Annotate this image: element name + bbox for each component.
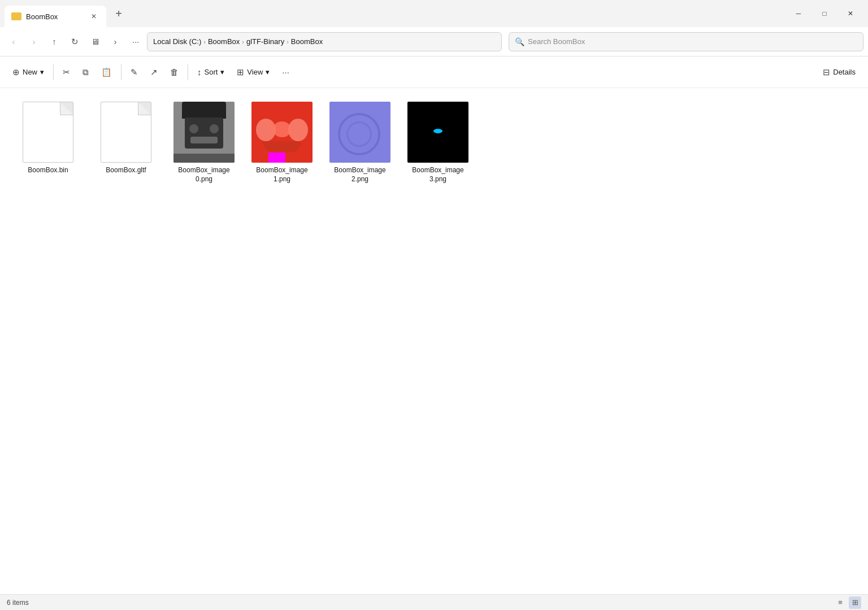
- search-box[interactable]: 🔍 Search BoomBox: [509, 32, 863, 51]
- new-label: New: [23, 68, 37, 76]
- file-name-image1: BoomBox_image1.png: [256, 166, 307, 184]
- breadcrumb-sep-2: ›: [242, 38, 244, 45]
- items-label: items: [12, 599, 29, 607]
- expand-breadcrumb-button[interactable]: ›: [106, 33, 124, 51]
- thumb0-face: [185, 117, 223, 149]
- toolbar-divider-1: [53, 64, 54, 80]
- thumb3-cyan-dot: [433, 129, 442, 133]
- paste-icon: 📋: [101, 67, 112, 77]
- new-button[interactable]: ⊕ New ▾: [7, 62, 50, 82]
- share-button[interactable]: ↗: [145, 62, 163, 82]
- refresh-button[interactable]: ↻: [66, 33, 84, 51]
- file-icon-container-image0: [173, 102, 235, 163]
- view-label: View: [247, 68, 263, 76]
- thumb0-bottom: [173, 154, 235, 163]
- thumb2-inner-detail: [346, 121, 372, 147]
- more-button[interactable]: ···: [276, 62, 295, 82]
- toolbar-divider-3: [188, 64, 188, 80]
- thumb0-mouth: [190, 137, 218, 143]
- sort-button[interactable]: ↕ Sort ▾: [192, 62, 230, 82]
- forward-button[interactable]: ›: [25, 33, 43, 51]
- status-bar: 6 items ≡ ⊞: [0, 594, 868, 610]
- thumb1-nose: [273, 121, 291, 137]
- status-count: 6 items: [7, 599, 29, 607]
- file-item-boombox-gltf[interactable]: BoomBox.gltf: [89, 97, 163, 188]
- breadcrumb-bar[interactable]: Local Disk (C:) › BoomBox › glTF-Binary …: [147, 32, 502, 51]
- sort-label: Sort: [205, 68, 218, 76]
- details-button[interactable]: ⊟ Details: [817, 62, 861, 82]
- grid-view-button[interactable]: ⊞: [849, 596, 861, 609]
- view-button[interactable]: ⊞ View ▾: [231, 62, 275, 82]
- file-item-image0[interactable]: BoomBox_image0.png: [167, 97, 241, 188]
- cut-icon: ✂: [63, 67, 70, 77]
- blank-file-icon-bin: [23, 102, 73, 163]
- thumb0-eye-left: [189, 124, 198, 133]
- share-icon: ↗: [150, 67, 158, 77]
- rename-button[interactable]: ✎: [125, 62, 144, 82]
- maximize-button[interactable]: □: [811, 5, 837, 23]
- file-icon-container-image3: [407, 102, 468, 163]
- toolbar-divider-2: [121, 64, 121, 80]
- main-content: BoomBox.bin BoomBox.gltf: [0, 88, 868, 594]
- new-dropdown-icon: ▾: [40, 68, 44, 76]
- ellipsis-button[interactable]: ···: [127, 33, 145, 51]
- file-name-image0: BoomBox_image0.png: [178, 166, 229, 184]
- delete-button[interactable]: 🗑: [164, 62, 184, 82]
- breadcrumb-boombox-final[interactable]: BoomBox: [291, 37, 323, 46]
- details-label: Details: [833, 68, 856, 76]
- thumbnail-image1: [251, 102, 313, 163]
- tab-label: BoomBox: [26, 12, 58, 21]
- file-item-boombox-bin[interactable]: BoomBox.bin: [11, 97, 85, 188]
- new-tab-button[interactable]: +: [108, 3, 129, 24]
- breadcrumb-local-disk[interactable]: Local Disk (C:): [153, 37, 201, 46]
- up-button[interactable]: ↑: [45, 33, 63, 51]
- window-controls: ─ □ ✕: [785, 0, 863, 27]
- file-name-image3: BoomBox_image3.png: [412, 166, 463, 184]
- thumb1-cheek-right: [288, 119, 308, 141]
- breadcrumb-boombox-root[interactable]: BoomBox: [208, 37, 240, 46]
- copy-button[interactable]: ⧉: [77, 62, 94, 82]
- file-icon-container-gltf: [96, 102, 157, 163]
- more-locations-button[interactable]: 🖥: [86, 33, 104, 51]
- file-item-image3[interactable]: BoomBox_image3.png: [401, 97, 475, 188]
- paste-button[interactable]: 📋: [96, 62, 118, 82]
- cut-button[interactable]: ✂: [57, 62, 76, 82]
- breadcrumb-sep-1: ›: [203, 38, 206, 45]
- view-dropdown-icon: ▾: [266, 68, 270, 76]
- thumbnail-image3: [407, 102, 468, 163]
- thumbnail-image2: [329, 102, 390, 163]
- thumb1-mouth: [263, 141, 301, 152]
- breadcrumb-sep-3: ›: [287, 38, 289, 45]
- file-grid: BoomBox.bin BoomBox.gltf: [11, 97, 857, 188]
- view-icon: ⊞: [237, 67, 244, 77]
- minimize-button[interactable]: ─: [785, 5, 811, 23]
- breadcrumb-gltf-binary[interactable]: glTF-Binary: [246, 37, 284, 46]
- sort-icon: ↕: [197, 67, 202, 77]
- file-icon-container-image2: [329, 102, 390, 163]
- thumb1-magenta: [268, 152, 285, 163]
- rename-icon: ✎: [131, 67, 138, 77]
- file-item-image1[interactable]: BoomBox_image1.png: [245, 97, 319, 188]
- list-view-button[interactable]: ≡: [834, 596, 847, 609]
- delete-icon: 🗑: [170, 67, 179, 77]
- new-icon: ⊕: [12, 67, 20, 77]
- copy-icon: ⧉: [83, 67, 89, 77]
- file-name-bin: BoomBox.bin: [28, 166, 68, 175]
- file-item-image2[interactable]: BoomBox_image2.png: [323, 97, 397, 188]
- active-tab[interactable]: BoomBox ✕: [5, 6, 106, 27]
- more-icon: ···: [282, 67, 289, 77]
- details-icon: ⊟: [823, 67, 830, 77]
- file-name-image2: BoomBox_image2.png: [334, 166, 385, 184]
- blank-file-icon-gltf: [101, 102, 151, 163]
- tab-close-button[interactable]: ✕: [88, 11, 99, 22]
- back-button[interactable]: ‹: [5, 33, 23, 51]
- search-icon: 🔍: [515, 37, 524, 46]
- sort-dropdown-icon: ▾: [220, 68, 224, 76]
- search-placeholder: Search BoomBox: [528, 37, 585, 46]
- thumbnail-image0: [173, 102, 235, 163]
- thumb0-top: [182, 102, 226, 119]
- file-name-gltf: BoomBox.gltf: [106, 166, 146, 175]
- close-button[interactable]: ✕: [837, 5, 863, 23]
- tab-folder-icon: [11, 12, 21, 20]
- title-bar: BoomBox ✕ + ─ □ ✕: [0, 0, 868, 27]
